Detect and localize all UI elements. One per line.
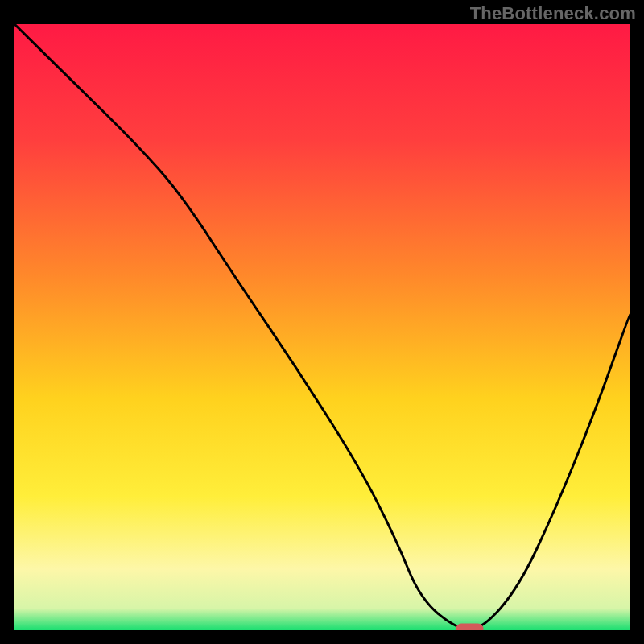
watermark-text: TheBottleneck.com xyxy=(470,3,636,24)
chart-frame: TheBottleneck.com xyxy=(0,0,644,644)
plot-area xyxy=(14,24,630,630)
curve-layer xyxy=(14,24,630,630)
optimal-marker xyxy=(456,624,483,630)
bottleneck-curve xyxy=(14,24,630,630)
